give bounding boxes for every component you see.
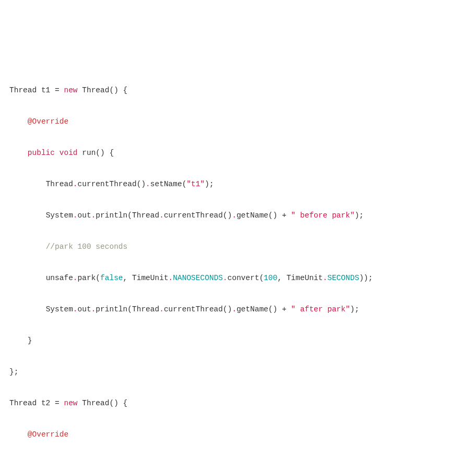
code-line: public void run() {: [9, 458, 467, 460]
code-line: Thread t1 = new Thread() {: [9, 82, 467, 98]
code-line: Thread.currentThread().setName("t1");: [9, 176, 467, 192]
code-line: public void run() {: [9, 145, 467, 161]
code-line: };: [9, 364, 467, 380]
code-line: unsafe.park(false, TimeUnit.NANOSECONDS.…: [9, 270, 467, 286]
code-line: Thread t2 = new Thread() {: [9, 395, 467, 411]
code-line: System.out.println(Thread.currentThread(…: [9, 208, 467, 223]
code-line: //park 100 seconds: [9, 239, 467, 255]
code-line: System.out.println(Thread.currentThread(…: [9, 301, 467, 317]
code-block: Thread t1 = new Thread() { @Override pub…: [9, 67, 467, 460]
code-line: }: [9, 333, 467, 348]
code-line: @Override: [9, 114, 467, 129]
code-line: @Override: [9, 427, 467, 442]
